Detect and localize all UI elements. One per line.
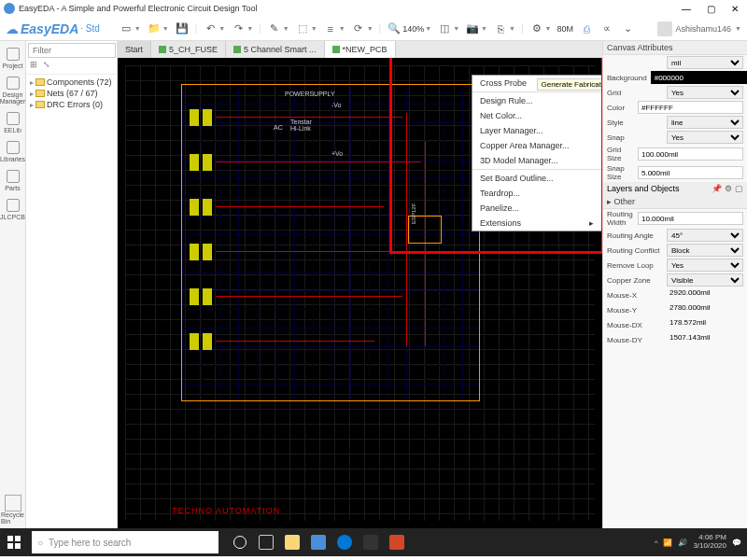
folder-icon xyxy=(35,101,45,108)
taskbar-search[interactable]: ○Type here to search xyxy=(32,531,218,553)
silk-vo-plus: +Vo xyxy=(331,150,343,157)
pin-icon[interactable]: 📌 xyxy=(712,184,722,193)
gear-icon[interactable]: ⚙ xyxy=(725,184,732,193)
tree-node-drc[interactable]: ▸DRC Errors (0) xyxy=(26,99,117,110)
powerpoint-icon[interactable] xyxy=(385,528,409,556)
user-menu[interactable]: Ashishamu146 ▼ xyxy=(657,21,741,36)
share-icon[interactable]: ∝ xyxy=(599,21,614,36)
folder-icon xyxy=(35,78,45,86)
silk-ac: AC xyxy=(274,124,283,131)
save-icon[interactable]: 💾 xyxy=(175,21,190,36)
settings-icon[interactable]: ⚙ xyxy=(529,21,544,36)
tools-menu-dropdown: Cross ProbeShift+X Design Rule... Net Co… xyxy=(472,75,602,231)
window-title: EasyEDA - A Simple and Powerful Electron… xyxy=(19,4,678,13)
filter-input[interactable] xyxy=(28,43,116,58)
mouse-x-value: 2920.000mil xyxy=(667,288,743,301)
routing-conflict-select[interactable]: Block xyxy=(667,244,743,257)
tree-node-components[interactable]: ▸Components (72) xyxy=(26,77,117,88)
left-sidebar: Project Design Manager EELib Libraries P… xyxy=(0,41,26,528)
menu-net-color[interactable]: Net Color... xyxy=(472,108,601,123)
copper-zone-label: Copper Zone xyxy=(607,276,663,285)
zoom-icon[interactable]: 🔍 xyxy=(387,21,402,36)
bg-label: Background xyxy=(607,74,647,82)
box-icon[interactable]: ▢ xyxy=(735,184,743,193)
other-header: ▸ Other xyxy=(603,195,747,209)
bg-color-input[interactable] xyxy=(651,71,747,84)
tab-fuse[interactable]: 5_CH_FUSE xyxy=(151,41,226,58)
hierarchy-icon xyxy=(7,77,20,90)
chip-esp: ESP12F xyxy=(408,216,442,244)
trash-icon xyxy=(5,495,21,511)
menu-teardrop[interactable]: Teardrop... xyxy=(472,186,601,201)
sidebar-libraries[interactable]: Libraries xyxy=(2,138,24,165)
menu-panelize[interactable]: Panelize... xyxy=(472,201,601,216)
folder-icon[interactable]: 📁 xyxy=(147,21,162,36)
library-icon xyxy=(7,141,20,154)
grid-size-input[interactable] xyxy=(638,147,743,161)
chevron-down-icon[interactable]: ⌄ xyxy=(620,21,635,36)
sidebar-design-manager[interactable]: Design Manager xyxy=(2,74,24,107)
recycle-bin[interactable]: Recycle Bin xyxy=(0,491,28,528)
minimize-button[interactable]: — xyxy=(678,2,695,15)
menu-board-outline[interactable]: Set Board Outline... xyxy=(472,171,601,186)
sidebar-eelib[interactable]: EELib xyxy=(2,109,24,136)
tab-start[interactable]: Start xyxy=(118,41,151,58)
grid-label: Grid xyxy=(607,89,663,97)
remove-loop-select[interactable]: Yes xyxy=(667,259,743,272)
routing-width-input[interactable] xyxy=(638,212,743,225)
cortana-icon[interactable] xyxy=(228,528,252,556)
task-view-icon[interactable] xyxy=(254,528,278,556)
start-button[interactable] xyxy=(0,528,28,556)
store-icon[interactable] xyxy=(359,528,383,556)
close-button[interactable]: ✕ xyxy=(726,2,743,15)
pcb-icon xyxy=(332,46,340,53)
menu-3d-model[interactable]: 3D Model Manager... xyxy=(472,153,601,168)
pencil-icon[interactable]: ✎ xyxy=(267,21,282,36)
undo-icon[interactable]: ↶ xyxy=(203,21,218,36)
copper-zone-select[interactable]: Visible xyxy=(667,273,743,287)
camera-icon[interactable]: 📷 xyxy=(465,21,480,36)
align-icon[interactable]: ≡ xyxy=(323,21,338,36)
view-icon[interactable]: ◫ xyxy=(437,21,452,36)
menu-design-rule[interactable]: Design Rule... xyxy=(472,93,601,108)
explorer-icon[interactable] xyxy=(280,528,304,556)
snap-size-input[interactable] xyxy=(638,166,743,179)
grid-style-select[interactable]: line xyxy=(667,116,743,129)
volume-icon[interactable]: 🔊 xyxy=(678,539,687,547)
tab-newpcb[interactable]: *NEW_PCB xyxy=(325,41,396,58)
tab-smart[interactable]: 5 Channel Smart ... xyxy=(226,41,325,58)
menu-copper-area[interactable]: Copper Area Manager... xyxy=(472,138,601,153)
project-icon xyxy=(7,48,20,61)
sidebar-parts[interactable]: Parts xyxy=(2,167,24,194)
grid-visible-select[interactable]: Yes xyxy=(667,86,743,99)
wifi-icon[interactable]: 📶 xyxy=(663,539,672,547)
layers-header: Layers and Objects📌⚙▢ xyxy=(603,182,747,195)
jlcpcb-icon xyxy=(7,199,20,212)
tray-up-icon[interactable]: ^ xyxy=(655,539,658,547)
redo-icon[interactable]: ↷ xyxy=(231,21,246,36)
sidebar-project[interactable]: Project xyxy=(2,45,24,72)
select-icon[interactable]: ⬚ xyxy=(295,21,310,36)
properties-panel: Canvas Attributes mil Background GridYes… xyxy=(602,41,747,528)
unit-select[interactable]: mil xyxy=(667,56,743,69)
pcb-canvas[interactable]: POWERSUPPLY -Vo +Vo AC Tenstar Hi-Link xyxy=(118,58,602,528)
export-icon[interactable]: ⎘ xyxy=(493,21,508,36)
file-icon[interactable]: ▭ xyxy=(119,21,134,36)
clock[interactable]: 4:06 PM3/10/2020 xyxy=(693,534,726,551)
tree-node-nets[interactable]: ▸Nets (67 / 67) xyxy=(26,88,117,99)
app-edition: · Std xyxy=(80,23,100,34)
edge-icon[interactable] xyxy=(332,528,357,556)
editor-area: Start 5_CH_FUSE 5 Channel Smart ... *NEW… xyxy=(118,41,602,528)
menu-extensions[interactable]: Extensions▸ xyxy=(472,216,601,231)
routing-angle-select[interactable]: 45° xyxy=(667,229,743,242)
gerber-icon[interactable]: ⎙ xyxy=(579,21,594,36)
sidebar-jlcpcb[interactable]: JLCPCB xyxy=(2,196,24,223)
snap-select[interactable]: Yes xyxy=(667,131,743,144)
grid-color-input[interactable] xyxy=(638,101,743,114)
notifications-icon[interactable]: 💬 xyxy=(732,539,741,547)
menu-layer-manager[interactable]: Layer Manager... xyxy=(472,123,601,138)
app-taskbar-icon[interactable] xyxy=(306,528,331,556)
silk-vo-minus: -Vo xyxy=(331,102,342,108)
maximize-button[interactable]: ▢ xyxy=(702,2,719,15)
rotate-icon[interactable]: ⟳ xyxy=(351,21,366,36)
